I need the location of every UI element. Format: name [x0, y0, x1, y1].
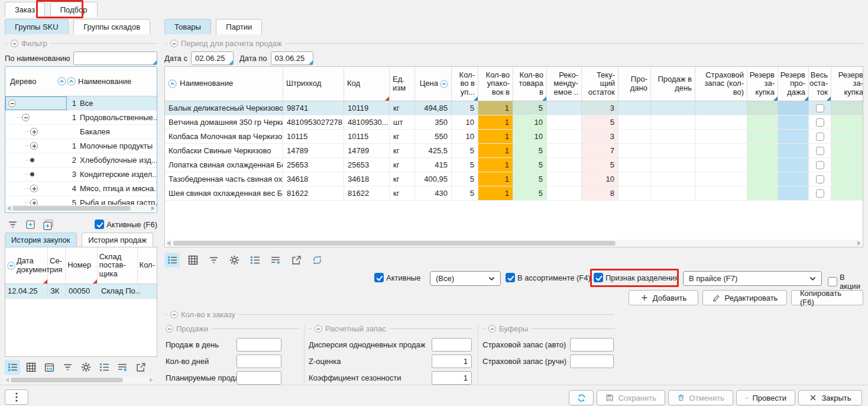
export-button[interactable]	[289, 253, 304, 268]
products-col-header[interactable]: Продаж в день	[651, 67, 695, 101]
collapse-icon[interactable]	[315, 325, 322, 333]
expand-node-icon[interactable]	[30, 128, 38, 136]
expand-node-icon[interactable]	[30, 185, 38, 192]
row-checkbox[interactable]	[816, 133, 824, 141]
z-score-input[interactable]: 1	[432, 355, 472, 368]
safety-stock-manual-input[interactable]	[570, 355, 614, 368]
tab-order[interactable]: Заказ	[5, 2, 45, 17]
add-lines-button[interactable]	[115, 360, 130, 375]
name-filter-input[interactable]	[73, 51, 157, 65]
settings-gear-button[interactable]	[78, 360, 93, 375]
product-row[interactable]: Ветчина домашняя 350 гр Черкиз...4810953…	[165, 115, 863, 130]
view-list-button[interactable]	[5, 360, 20, 375]
product-cell[interactable]	[809, 130, 831, 143]
products-col-header[interactable]: Про-дано	[618, 67, 651, 101]
price-list-select[interactable]: В прайсе (F7)	[683, 271, 822, 286]
products-col-header[interactable]: Ед. изм	[390, 67, 415, 101]
numbered-list-button[interactable]	[247, 253, 263, 268]
products-col-header[interactable]: Код	[344, 67, 390, 101]
post-button[interactable]: Провести	[736, 390, 795, 405]
history-row[interactable]: 12.04.25 ЗК 00050 Склад По...	[5, 284, 157, 299]
products-col-header[interactable]: Кол-во в уп...	[452, 67, 478, 101]
tab-purchase-history[interactable]: История закупок	[5, 233, 77, 247]
tree-row[interactable]: 1Все	[5, 96, 157, 111]
expand-node-icon[interactable]	[30, 142, 38, 150]
cancel-button[interactable]: Отменить	[668, 390, 733, 405]
sort-asc-icon[interactable]	[57, 77, 66, 86]
history-col-date[interactable]: Дата документ	[5, 247, 48, 283]
product-row[interactable]: Тазобедренная часть свиная охл...3461834…	[165, 172, 863, 186]
tree-col-header[interactable]: Дерево	[5, 77, 56, 86]
reload-button[interactable]	[309, 253, 325, 268]
products-col-header[interactable]: Резерв за-купка	[831, 67, 863, 101]
row-checkbox[interactable]	[816, 161, 824, 169]
add-button[interactable]: Добавить	[629, 290, 698, 305]
export-button[interactable]	[133, 360, 148, 375]
tab-selection[interactable]: Подбор	[50, 2, 98, 17]
collapse-icon[interactable]	[170, 311, 178, 318]
product-cell[interactable]	[809, 101, 831, 115]
history-col-series[interactable]: Се-рия	[48, 247, 66, 283]
safety-stock-auto-input[interactable]	[570, 338, 614, 352]
tab-warehouse-groups[interactable]: Группы складов	[73, 19, 150, 34]
row-checkbox[interactable]	[816, 189, 824, 198]
calendar-button[interactable]	[41, 360, 57, 375]
row-checkbox[interactable]	[816, 118, 824, 127]
collapse-icon[interactable]	[166, 325, 173, 333]
close-button[interactable]: Закрыть	[798, 390, 862, 405]
history-col-number[interactable]: Номер	[66, 247, 97, 283]
product-row[interactable]: Лопатка свиная охлажденная Бел...2565325…	[165, 158, 863, 172]
product-row[interactable]: Колбаски Свиные Черкизово1478914789кг425…	[165, 144, 863, 158]
refresh-button[interactable]	[569, 390, 594, 405]
products-col-header[interactable]: Весь оста-ток	[809, 67, 831, 101]
product-cell[interactable]	[809, 144, 831, 157]
history-col-qty[interactable]: Кол-	[138, 247, 157, 283]
leaf-node-icon[interactable]	[30, 158, 34, 162]
view-grid-button[interactable]	[23, 360, 38, 375]
filter-button[interactable]	[60, 360, 75, 375]
products-col-header[interactable]: Теку-щий остаток	[582, 67, 618, 101]
product-cell[interactable]	[809, 158, 831, 172]
row-checkbox[interactable]	[816, 147, 824, 155]
collapse-node-icon[interactable]	[8, 99, 16, 107]
products-col-header[interactable]: Резерв за-купка	[747, 67, 778, 101]
kebab-menu-button[interactable]	[5, 389, 28, 405]
tab-batches[interactable]: Партии	[216, 19, 262, 34]
products-hscrollbar[interactable]	[166, 240, 861, 246]
save-button[interactable]: Сохранить	[597, 390, 665, 405]
date-from-input[interactable]: 02.06.25	[191, 51, 234, 65]
history-hscrollbar[interactable]	[5, 376, 154, 383]
products-col-header[interactable]: Кол-во товара в	[513, 67, 547, 101]
products-col-header[interactable]: Наименование	[165, 67, 283, 101]
seasonality-input[interactable]: 1	[432, 371, 472, 385]
tree-row[interactable]: 1Молочные продукты	[5, 139, 157, 153]
collapse-node-icon[interactable]	[22, 114, 30, 121]
product-cell[interactable]	[809, 186, 831, 200]
days-count-input[interactable]	[237, 355, 281, 368]
product-row[interactable]: Колбаса Молочная вар Черкизово1011510115…	[165, 130, 863, 144]
tree-row[interactable]: 1Продовольственные...	[5, 111, 157, 125]
split-flag-checkbox[interactable]: Признак разделения	[594, 273, 679, 282]
history-col-warehouse[interactable]: Склад постав-щика	[98, 247, 138, 283]
planned-sales-input[interactable]	[237, 371, 281, 385]
name-col-header[interactable]: Наименование	[78, 77, 131, 86]
tree-filter-button[interactable]	[5, 217, 20, 232]
products-col-header[interactable]: Цена	[415, 67, 452, 101]
active-filter-checkbox[interactable]: Активные	[374, 273, 420, 282]
tree-row[interactable]: 3Кондитерские издел...	[5, 167, 157, 182]
product-row[interactable]: Шея свиная охлажденная вес Бо...81622816…	[165, 186, 863, 201]
row-checkbox[interactable]	[816, 175, 824, 183]
promo-checkbox[interactable]: В акции	[828, 273, 863, 291]
active-f6-checkbox[interactable]: Активные (F6)	[95, 220, 157, 229]
filter-button[interactable]	[206, 253, 221, 268]
expand-node-button[interactable]	[22, 217, 38, 232]
collapse-icon[interactable]	[170, 40, 178, 47]
assortment-checkbox[interactable]: В ассортименте (F4)	[506, 273, 591, 282]
product-row[interactable]: Балык деликатесный Черкизово9874110119кг…	[165, 101, 863, 115]
numbered-list-button[interactable]	[96, 360, 112, 375]
products-col-header[interactable]: Реко-менду-емое ..	[547, 67, 582, 101]
view-list-button[interactable]	[164, 253, 180, 268]
products-col-header[interactable]: Штрихкод	[283, 67, 344, 101]
sales-per-day-input[interactable]	[237, 338, 281, 352]
edit-button[interactable]: Редактировать	[702, 290, 787, 305]
